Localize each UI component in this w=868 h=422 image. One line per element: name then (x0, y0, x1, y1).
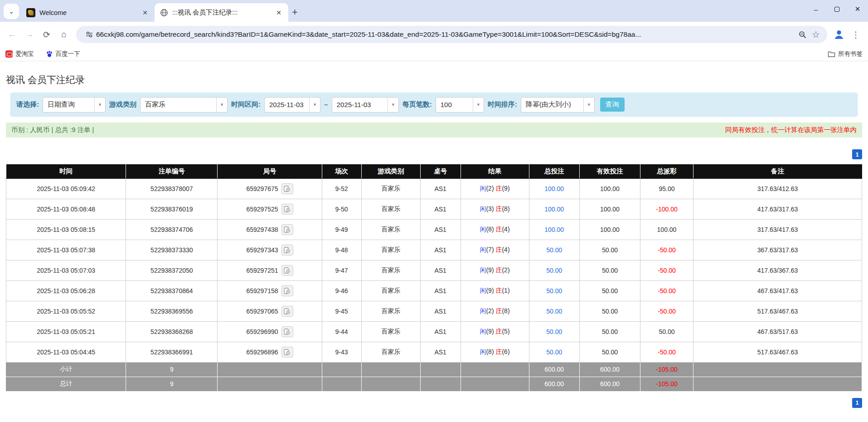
cell-session: 9-47 (322, 260, 361, 280)
cell-total-bet-link[interactable]: 100.00 (529, 219, 579, 240)
video-replay-icon[interactable] (281, 285, 293, 296)
table-summary-row: 总计 9 600.00 600.00 -105.00 (6, 377, 862, 391)
col-session: 场次 (322, 164, 361, 178)
cell-total-bet-link[interactable]: 50.00 (529, 301, 579, 321)
cell-total-bet-link[interactable]: 50.00 (529, 342, 579, 362)
forward-button[interactable]: → (22, 27, 37, 42)
banker-result: 庄 (495, 266, 502, 274)
table-row: 2025-11-03 05:05:21 522938368268 6592969… (6, 321, 862, 342)
site-settings-icon[interactable] (82, 28, 96, 41)
home-button[interactable]: ⌂ (56, 27, 72, 42)
cell-valid-bet: 50.00 (579, 240, 640, 260)
bookmark-star-icon[interactable]: ☆ (809, 28, 823, 41)
cell-result: 闲(9) 庄(1) (461, 280, 529, 301)
cell-time: 2025-11-03 05:07:03 (6, 260, 126, 280)
cell-round-id: 659297343 (218, 240, 322, 260)
cell-total-bet-link[interactable]: 50.00 (529, 240, 579, 260)
summary-label: 总计 (6, 377, 126, 391)
cell-time: 2025-11-03 05:07:38 (6, 240, 126, 260)
video-replay-icon[interactable] (281, 306, 293, 317)
select-type-label: 请选择: (16, 100, 39, 109)
profile-avatar[interactable] (832, 27, 846, 42)
cell-session: 9-45 (322, 301, 361, 321)
cell-result: 闲(9) 庄(2) (461, 260, 529, 280)
video-replay-icon[interactable] (281, 245, 293, 255)
cell-bet-id: 522938370864 (126, 280, 218, 301)
sort-order-select[interactable]: 降幂(由大到小) ▾ (521, 97, 595, 113)
cell-note: 517.63/467.63 (693, 301, 862, 321)
close-window-button[interactable]: ✕ (847, 0, 868, 18)
pagination-page-1-bottom[interactable]: 1 (852, 398, 862, 408)
date-start-select[interactable]: 2025-11-03 ▾ (264, 97, 320, 113)
col-valid-bet: 有效投注 (579, 164, 640, 178)
summary-payout: -105.00 (640, 377, 693, 391)
cell-game-kind: 百家乐 (361, 342, 420, 362)
new-tab-button[interactable]: + (292, 7, 298, 17)
video-replay-icon[interactable] (281, 204, 293, 215)
bookmarks-bar: 爱淘宝 百度一下 所有书签 (0, 47, 868, 61)
url-text[interactable]: 66cxkj98.com/game/betrecord_search/kind3… (96, 30, 795, 39)
cell-total-bet-link[interactable]: 100.00 (529, 199, 579, 219)
bookmark-baidu[interactable]: 百度一下 (46, 50, 80, 58)
cell-time: 2025-11-03 05:04:45 (6, 342, 126, 362)
close-tab-icon[interactable]: ✕ (140, 8, 150, 18)
video-replay-icon[interactable] (281, 347, 293, 358)
cell-result: 闲(8) 庄(6) (461, 342, 529, 362)
site-favicon (26, 8, 35, 17)
page-title: 视讯 会员下注纪录 (6, 74, 862, 86)
per-page-select[interactable]: 100 ▾ (436, 97, 484, 113)
col-game-kind: 游戏类别 (361, 164, 420, 178)
cell-session: 9-44 (322, 321, 361, 342)
cell-payout: 50.00 (640, 321, 693, 342)
banker-result: 庄 (495, 246, 502, 253)
date-end-select[interactable]: 2025-11-03 ▾ (332, 97, 399, 113)
cell-payout: -50.00 (640, 240, 693, 260)
player-result: 闲 (480, 185, 486, 192)
cell-total-bet-link[interactable]: 50.00 (529, 321, 579, 342)
pagination-page-1[interactable]: 1 (852, 149, 862, 159)
tab-bet-records[interactable]: :::视讯 会员下注纪录::: ✕ (155, 3, 288, 22)
search-button[interactable]: 查询 (600, 98, 625, 112)
cell-game-kind: 百家乐 (361, 178, 420, 199)
menu-icon[interactable]: ⋮ (848, 27, 863, 42)
per-page-label: 每页笔数: (402, 100, 432, 109)
cell-game-kind: 百家乐 (361, 219, 420, 240)
video-replay-icon[interactable] (281, 326, 293, 337)
table-row: 2025-11-03 05:08:48 522938376019 6592975… (6, 199, 862, 219)
video-replay-icon[interactable] (281, 265, 293, 276)
cell-game-kind: 百家乐 (361, 321, 420, 342)
game-kind-select[interactable]: 百家乐 ▾ (140, 97, 228, 113)
address-bar[interactable]: 66cxkj98.com/game/betrecord_search/kind3… (76, 26, 827, 43)
video-replay-icon[interactable] (281, 183, 293, 194)
summary-bar: 币别 : 人民币 | 总共 :9 注单 | 同局有效投注，统一计算在该局第一张注… (6, 123, 862, 137)
video-replay-icon[interactable] (281, 224, 293, 235)
player-result: 闲 (480, 266, 486, 274)
cell-game-kind: 百家乐 (361, 280, 420, 301)
summary-payout: -105.00 (640, 362, 693, 377)
browser-toolbar: ← → ⟳ ⌂ 66cxkj98.com/game/betrecord_sear… (0, 22, 868, 47)
cell-note: 367.63/317.63 (693, 240, 862, 260)
banker-result: 庄 (495, 205, 502, 212)
cell-payout: 95.00 (640, 178, 693, 199)
reload-button[interactable]: ⟳ (39, 27, 54, 42)
cell-total-bet-link[interactable]: 100.00 (529, 178, 579, 199)
bookmark-aitaobao[interactable]: 爱淘宝 (5, 50, 34, 58)
cell-result: 闲(3) 庄(8) (461, 199, 529, 219)
table-body: 2025-11-03 05:09:42 522938378007 6592976… (6, 178, 862, 391)
tab-search-button[interactable]: ⌄ (4, 4, 19, 19)
all-bookmarks-label: 所有书签 (838, 50, 863, 58)
cell-total-bet-link[interactable]: 50.00 (529, 280, 579, 301)
tab-welcome[interactable]: Welcome ✕ (21, 3, 155, 22)
close-tab-icon[interactable]: ✕ (274, 8, 284, 18)
maximize-button[interactable] (826, 0, 847, 18)
cell-total-bet-link[interactable]: 50.00 (529, 260, 579, 280)
zoom-icon[interactable] (795, 28, 809, 41)
cell-note: 467.63/417.63 (693, 280, 862, 301)
cell-note: 467.63/517.63 (693, 321, 862, 342)
query-type-select[interactable]: 日期查询 ▾ (43, 97, 106, 113)
cell-bet-id: 522938374706 (126, 219, 218, 240)
minimize-button[interactable]: – (805, 0, 826, 18)
back-button[interactable]: ← (5, 27, 20, 42)
table-header-row: 时间 注单编号 局号 场次 游戏类别 桌号 结果 总投注 有效投注 总派彩 备注 (6, 164, 862, 178)
all-bookmarks-button[interactable]: 所有书签 (828, 50, 863, 58)
